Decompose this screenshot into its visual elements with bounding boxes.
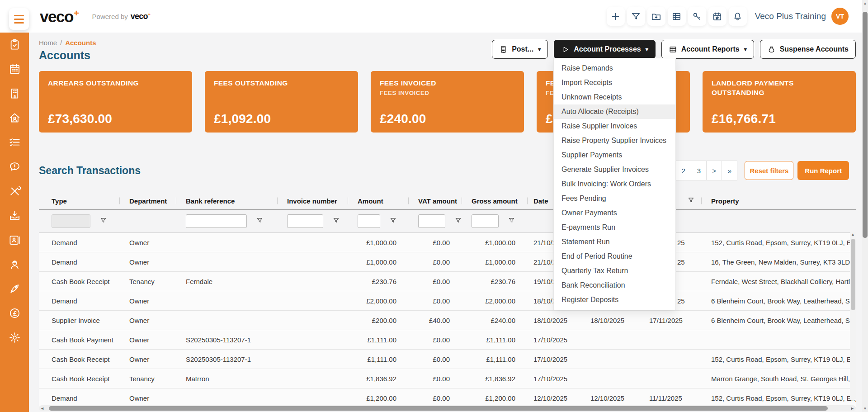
column-header-property[interactable]: Property xyxy=(701,192,856,209)
table-row[interactable]: DemandOwner£1,000.00£0.00£1,000.0021/10/… xyxy=(39,252,856,272)
key-icon[interactable] xyxy=(688,7,706,26)
filter-funnel-icon[interactable] xyxy=(508,217,515,224)
suspense-accounts-button[interactable]: Suspense Accounts xyxy=(760,40,856,59)
menu-item-unknown-receipts[interactable]: Unknown Receipts xyxy=(554,90,675,104)
cell-department: Owner xyxy=(119,330,176,349)
filter-icon[interactable] xyxy=(627,7,645,26)
table-vertical-scrollbar[interactable]: ▲ xyxy=(850,232,856,400)
menu-item-auto-allocate-receipts[interactable]: Auto Allocate (Receipts) xyxy=(554,104,675,119)
scrollbar-thumb[interactable] xyxy=(851,239,855,310)
column-header-gross-amount[interactable]: Gross amount xyxy=(462,192,527,209)
filter-input-gross-amount[interactable] xyxy=(472,214,499,228)
menu-item-quarterly-tax-return[interactable]: Quarterly Tax Return xyxy=(554,264,675,278)
kpi-card-fees-outstanding[interactable]: FEES OUTSTANDING£1,092.00 xyxy=(205,71,358,133)
column-header-vat-amount[interactable]: VAT amount xyxy=(408,192,462,209)
filter-input-bank-reference[interactable] xyxy=(186,214,247,228)
scrollbar-thumb[interactable] xyxy=(49,406,828,411)
menu-item-bank-reconciliation[interactable]: Bank Reconciliation xyxy=(554,278,675,293)
reset-filters-button[interactable]: Reset filters xyxy=(745,161,793,180)
sidebar-item-checklist[interactable] xyxy=(8,136,21,148)
filter-input-vat-amount[interactable] xyxy=(418,214,445,228)
column-header-bank-reference[interactable]: Bank reference xyxy=(176,192,277,209)
landlord-home-icon xyxy=(9,112,21,124)
filter-input-invoice-number[interactable] xyxy=(287,214,323,228)
grid-table-icon[interactable] xyxy=(668,7,686,26)
page-vertical-scrollbar[interactable]: ▲ ▼ xyxy=(862,0,868,412)
cell-invoice-number xyxy=(277,291,348,310)
scroll-left-arrow[interactable]: ◄ xyxy=(40,405,44,411)
menu-item-statement-run[interactable]: Statement Run xyxy=(554,235,675,249)
filter-funnel-icon[interactable] xyxy=(454,217,462,224)
cell-date: 17/10/2025 xyxy=(527,330,586,349)
menu-item-raise-supplier-invoices[interactable]: Raise Supplier Invoices xyxy=(554,119,675,133)
account-reports-button[interactable]: Account Reports▾ xyxy=(661,40,754,59)
menu-item-fees-pending[interactable]: Fees Pending xyxy=(554,191,675,206)
page-button-3[interactable]: 3 xyxy=(691,161,707,180)
calendar-event-icon[interactable] xyxy=(708,7,726,26)
avatar[interactable]: VT xyxy=(831,8,849,25)
sidebar-item-maintenance-tools[interactable] xyxy=(8,185,21,197)
menu-item-import-receipts[interactable]: Import Receipts xyxy=(554,76,675,90)
sidebar-item-buildings[interactable] xyxy=(8,87,21,99)
kpi-card-arrears-outstanding[interactable]: ARREARS OUTSTANDING£73,630.00 xyxy=(39,71,192,133)
column-header-type[interactable]: Type xyxy=(39,192,119,209)
sidebar-item-settings-gear[interactable] xyxy=(8,331,21,344)
add-icon[interactable] xyxy=(607,7,625,26)
sidebar-item-contractor[interactable] xyxy=(8,258,21,270)
account-processes-button[interactable]: Account Processes▾ xyxy=(554,40,656,59)
kpi-card-fees-invoiced[interactable]: FEES INVOICEDFEES INVOICED£240.00 xyxy=(371,71,524,133)
filter-funnel-icon[interactable] xyxy=(389,217,397,224)
column-header-invoice-number[interactable]: Invoice number xyxy=(277,192,348,209)
sidebar-item-calendar[interactable] xyxy=(8,63,21,75)
menu-item-owner-payments[interactable]: Owner Payments xyxy=(554,206,675,220)
page-button-2[interactable]: 2 xyxy=(675,161,691,180)
menu-item-end-of-period-routine[interactable]: End of Period Routine xyxy=(554,249,675,264)
notifications-bell-icon[interactable] xyxy=(729,7,747,26)
sidebar-item-landlord-home[interactable] xyxy=(8,112,21,124)
scroll-up-arrow[interactable]: ▲ xyxy=(850,232,856,237)
account-name[interactable]: Veco Plus Training xyxy=(755,11,826,21)
hamburger-menu-button[interactable] xyxy=(9,8,29,30)
menu-item-generate-supplier-invoices[interactable]: Generate Supplier Invoices xyxy=(554,162,675,177)
table-row[interactable]: Cash Book PaymentOwnerS20250305-113207-1… xyxy=(39,330,856,350)
breadcrumb-home[interactable]: Home xyxy=(39,39,57,47)
scroll-up-arrow[interactable]: ▲ xyxy=(862,1,868,5)
column-header-amount[interactable]: Amount xyxy=(348,192,408,209)
page-button-next[interactable]: > xyxy=(706,161,722,180)
run-report-button[interactable]: Run Report xyxy=(797,161,849,180)
menu-item-e-payments-run[interactable]: E-payments Run xyxy=(554,220,675,235)
table-row[interactable]: Supplier InvoiceOwner£200.00£40.00£240.0… xyxy=(39,311,856,330)
menu-item-supplier-payments[interactable]: Supplier Payments xyxy=(554,148,675,162)
filter-input-amount[interactable] xyxy=(358,214,380,228)
sidebar-item-enquiries-bubble[interactable] xyxy=(8,161,21,173)
sidebar-item-downloads-tray[interactable] xyxy=(8,209,21,222)
table-row[interactable]: DemandOwner£2,000.00£0.00£2,000.0018/10/… xyxy=(39,291,856,311)
sidebar-item-tasks-clipboard[interactable] xyxy=(8,38,21,51)
filter-input-type[interactable] xyxy=(52,214,90,228)
sidebar-item-contacts-card[interactable] xyxy=(8,234,21,246)
column-header-department[interactable]: Department xyxy=(119,192,176,209)
table-row[interactable]: Cash Book ReceiptTenancyMatrron£1,836.92… xyxy=(39,369,856,388)
post-button[interactable]: Post...▾ xyxy=(492,40,548,59)
menu-item-raise-property-supplier-invoices[interactable]: Raise Property Supplier Invoices xyxy=(554,133,675,148)
table-row[interactable]: Cash Book ReceiptOwnerS20250305-113207-1… xyxy=(39,350,856,369)
table-horizontal-scrollbar[interactable]: ◄ ► xyxy=(39,405,856,411)
filter-funnel-icon[interactable] xyxy=(99,217,107,224)
scroll-down-arrow[interactable]: ▼ xyxy=(862,407,868,411)
page-button-last[interactable]: » xyxy=(722,161,737,180)
table-row[interactable]: DemandOwner£1,000.00£0.00£1,000.0021/10/… xyxy=(39,233,856,252)
scroll-right-arrow[interactable]: ► xyxy=(850,405,854,411)
sidebar-item-accounts-pound[interactable] xyxy=(8,307,21,319)
menu-item-bulk-invoicing-work-orders[interactable]: Bulk Invoicing: Work Orders xyxy=(554,177,675,191)
folder-import-icon[interactable] xyxy=(647,7,665,26)
menu-item-register-deposits[interactable]: Register Deposits xyxy=(554,293,675,307)
table-row[interactable]: Cash Book ReceiptTenancyFerndale£230.76£… xyxy=(39,272,856,291)
filter-funnel-icon[interactable] xyxy=(687,196,695,204)
filter-funnel-icon[interactable] xyxy=(332,217,340,224)
menu-item-raise-demands[interactable]: Raise Demands xyxy=(554,61,675,76)
filter-funnel-icon[interactable] xyxy=(256,217,264,224)
cell-amount: £1,200.00 xyxy=(348,388,408,407)
scrollbar-thumb[interactable] xyxy=(863,12,868,238)
kpi-card-landlord-payments-outstanding[interactable]: LANDLORD PAYMENTS OUTSTANDING£16,766.71 xyxy=(703,71,856,133)
sidebar-item-rocket-launch[interactable] xyxy=(8,283,21,295)
